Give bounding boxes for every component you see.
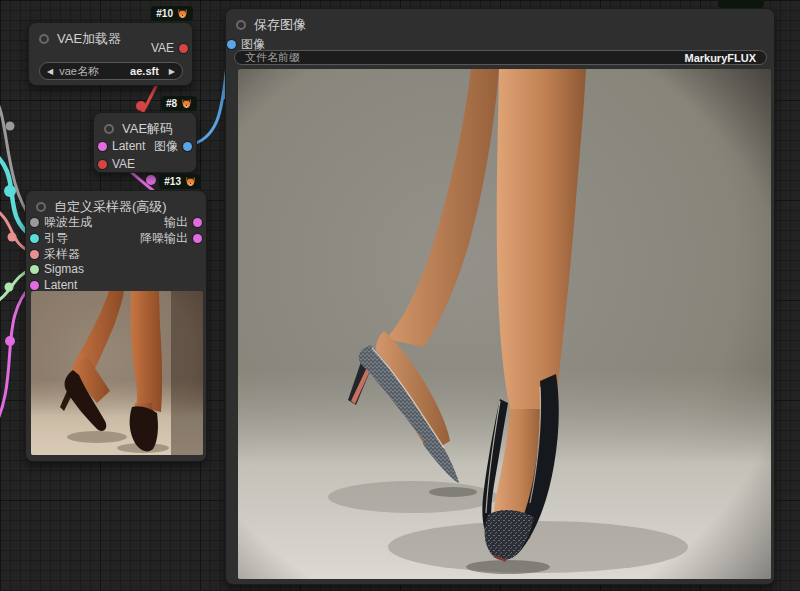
slot-label: 降噪输出 — [140, 230, 188, 247]
fox-icon — [181, 98, 192, 109]
fox-icon — [185, 176, 196, 187]
node-title: VAE解码 — [122, 120, 173, 138]
badge-number: #8 — [166, 98, 177, 109]
input-dot-sigmas[interactable] — [30, 265, 39, 274]
badge-number: #13 — [164, 176, 181, 187]
node-save-image[interactable]: 保存图像 图像 文件名前缀 MarkuryFLUX — [225, 8, 775, 585]
collapse-dot[interactable] — [36, 202, 46, 212]
output-dot-image[interactable] — [183, 142, 192, 151]
legs-heels-photo — [238, 69, 771, 579]
combo-next-arrow[interactable]: ▶ — [169, 67, 175, 76]
input-dot-guider[interactable] — [30, 234, 39, 243]
node-custom-sampler[interactable]: #13 自定义采样器(高级) 噪波生成 引导 采样器 Sigmas Latent… — [25, 190, 207, 462]
node-header[interactable]: VAE解码 — [94, 113, 196, 142]
output-slot-vae: VAE — [151, 41, 188, 55]
input-slot-latent: Latent — [98, 139, 145, 153]
slot-label: 输出 — [164, 214, 188, 231]
node-vae-loader[interactable]: #10 VAE加载器 VAE ◀ vae名称 ae.sft ▶ — [28, 22, 193, 86]
input-dot-latent[interactable] — [98, 142, 107, 151]
slot-label: 引导 — [44, 230, 68, 247]
collapse-dot[interactable] — [39, 34, 49, 44]
badge-number: #10 — [156, 8, 173, 19]
output-dot-denoised[interactable] — [193, 234, 202, 243]
node-vae-decode[interactable]: #8 VAE解码 Latent VAE 图像 — [93, 112, 197, 173]
slot-label: Latent — [44, 278, 77, 292]
input-slot-sigmas: Sigmas — [30, 262, 84, 276]
output-slot-output: 输出 — [164, 215, 202, 229]
filename-prefix-field[interactable]: 文件名前缀 MarkuryFLUX — [234, 50, 767, 65]
input-dot-latent[interactable] — [30, 281, 39, 290]
input-dot-image[interactable] — [227, 40, 236, 49]
slot-label: 噪波生成 — [44, 214, 92, 231]
comfyui-canvas[interactable]: { "links": { "noise": "#9a9a9a", "guider… — [0, 0, 800, 591]
output-dot-output[interactable] — [193, 218, 202, 227]
input-dot-vae[interactable] — [98, 160, 107, 169]
input-dot-noise[interactable] — [30, 218, 39, 227]
output-dot-vae[interactable] — [179, 44, 188, 53]
input-slot-guider: 引导 — [30, 231, 68, 245]
input-slot-latent: Latent — [30, 278, 77, 292]
combo-label: vae名称 — [59, 64, 99, 79]
combo-prev-arrow[interactable]: ◀ — [47, 67, 53, 76]
input-dot-sampler[interactable] — [30, 250, 39, 259]
node-custom-sampler-badge: #13 — [159, 174, 201, 189]
slot-label: VAE — [151, 41, 174, 55]
input-slot-noise: 噪波生成 — [30, 215, 92, 229]
sampler-preview-image[interactable] — [31, 291, 203, 455]
vae-name-combo[interactable]: ◀ vae名称 ae.sft ▶ — [39, 62, 183, 80]
node-title: VAE加载器 — [57, 30, 121, 48]
input-slot-vae: VAE — [98, 157, 135, 171]
collapse-dot[interactable] — [236, 20, 246, 30]
filename-prefix-label: 文件名前缀 — [245, 50, 300, 65]
node-vae-loader-badge: #10 — [151, 6, 193, 21]
filename-prefix-value: MarkuryFLUX — [684, 52, 756, 64]
node-header[interactable]: 保存图像 — [226, 9, 774, 38]
combo-value: ae.sft — [130, 65, 163, 77]
fox-icon — [177, 8, 188, 19]
output-slot-denoised: 降噪输出 — [140, 231, 202, 245]
input-slot-image: 图像 — [227, 37, 265, 51]
output-slot-image: 图像 — [154, 139, 192, 153]
legs-heels-thumbnail — [31, 291, 203, 455]
slot-label: Sigmas — [44, 262, 84, 276]
slot-label: 图像 — [154, 138, 178, 155]
input-slot-sampler: 采样器 — [30, 247, 80, 261]
collapse-dot[interactable] — [104, 124, 114, 134]
slot-label: 采样器 — [44, 246, 80, 263]
slot-label: VAE — [112, 157, 135, 171]
save-image-preview[interactable] — [238, 69, 771, 579]
node-save-image-badge — [718, 0, 764, 8]
slot-label: Latent — [112, 139, 145, 153]
node-vae-decode-badge: #8 — [161, 96, 197, 111]
node-title: 保存图像 — [254, 16, 306, 34]
